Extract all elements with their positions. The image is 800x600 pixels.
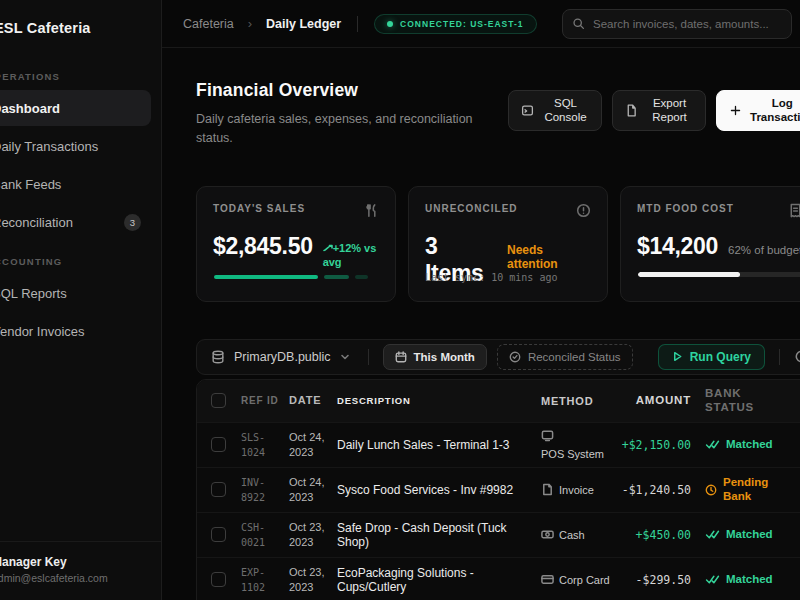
card-todays-sales: TODAY'S SALES $2,845.50 +12% vs avg xyxy=(196,186,396,302)
description-cell: Daily Lunch Sales - Terminal 1-3 xyxy=(337,438,541,452)
sidebar-item-label: SQL Reports xyxy=(0,286,141,301)
description-cell: Sysco Food Services - Inv #9982 xyxy=(337,483,541,497)
method-cell: Corp Card xyxy=(541,573,617,587)
method-cell: POS System xyxy=(541,429,617,461)
main-area: Cafeteria › Daily Ledger CONNECTED: US-E… xyxy=(162,0,800,600)
utensils-icon xyxy=(364,203,379,218)
status-dot-icon xyxy=(387,21,393,27)
row-checkbox[interactable] xyxy=(211,572,226,587)
sidebar-item-vendor-invoices[interactable]: Vendor Invoices xyxy=(0,313,151,349)
search-box xyxy=(562,9,792,39)
table-row[interactable]: CSH-0021 Oct 23, 2023 Safe Drop - Cash D… xyxy=(197,512,800,557)
foodcost-progress xyxy=(638,272,800,277)
sidebar-item-label: Vendor Invoices xyxy=(0,324,141,339)
alert-circle-icon xyxy=(576,203,591,218)
sidebar-item-label: Daily Transactions xyxy=(0,139,141,154)
page-subtitle: Daily cafeteria sales, expenses, and rec… xyxy=(196,110,486,149)
sidebar-item-daily-transactions[interactable]: Daily Transactions xyxy=(0,128,151,164)
sidebar-item-dashboard[interactable]: Dashboard xyxy=(0,90,151,126)
last-sync: Last sync: 10 mins ago xyxy=(425,272,557,283)
date-cell: Oct 23, 2023 xyxy=(289,520,337,550)
brand: ESL Cafeteria xyxy=(0,0,161,53)
bank-status-cell: Matched xyxy=(705,573,791,587)
search-input[interactable] xyxy=(562,9,792,39)
sidebar-item-label: Bank Feeds xyxy=(0,177,141,192)
calendar-icon xyxy=(395,351,407,363)
sidebar-item-sql-reports[interactable]: SQL Reports xyxy=(0,275,151,311)
amount-cell: +$2,150.00 xyxy=(617,438,691,452)
date-cell: Oct 23, 2023 xyxy=(289,565,337,595)
nav-section-accounting: ACCOUNTING xyxy=(0,242,151,275)
chevron-down-icon xyxy=(340,352,350,362)
export-report-button[interactable]: Export Report xyxy=(612,90,706,131)
receipt-icon xyxy=(788,203,800,218)
reconciliation-count-badge: 3 xyxy=(124,214,141,231)
ref-id-cell: SLS-1024 xyxy=(241,430,289,460)
table-row[interactable]: INV-8922 Oct 24, 2023 Sysco Food Service… xyxy=(197,467,800,512)
column-method: METHOD xyxy=(541,394,617,408)
row-menu-icon[interactable]: ⋯ xyxy=(791,573,800,587)
row-checkbox[interactable] xyxy=(211,527,226,542)
ref-id-cell: EXP-1102 xyxy=(241,565,289,595)
breadcrumb-current: Daily Ledger xyxy=(266,17,341,31)
nav-section-operations: OPERATIONS xyxy=(0,57,151,90)
database-name: PrimaryDB.public xyxy=(234,350,331,364)
sidebar-footer[interactable]: Manager Key admin@eslcafeteria.com xyxy=(0,541,161,600)
column-date: DATE xyxy=(289,393,337,408)
table-row[interactable]: EXP-1102 Oct 23, 2023 EcoPackaging Solut… xyxy=(197,557,800,600)
bank-status-cell: Matched xyxy=(705,528,791,542)
log-transaction-button[interactable]: Log Transaction xyxy=(716,90,800,131)
amount-cell: +$450.00 xyxy=(617,528,691,542)
row-checkbox[interactable] xyxy=(211,437,226,452)
ref-id-cell: INV-8922 xyxy=(241,475,289,505)
sidebar-item-bank-feeds[interactable]: Bank Feeds xyxy=(0,166,151,202)
run-query-button[interactable]: Run Query xyxy=(658,344,765,370)
method-cell: Cash xyxy=(541,528,617,542)
plus-icon xyxy=(729,104,742,117)
foodcost-value: $14,200 xyxy=(637,233,718,260)
description-cell: EcoPackaging Solutions - Cups/Cutlery xyxy=(337,566,541,594)
unreconciled-note: Needs attention xyxy=(507,243,591,271)
sql-console-button[interactable]: SQL Console xyxy=(508,90,602,131)
ledger-table: REF ID DATE DESCRIPTION METHOD AMOUNT BA… xyxy=(196,379,800,600)
row-menu-icon[interactable]: ⋯ xyxy=(791,438,800,452)
column-ref-id: REF ID xyxy=(241,393,289,408)
document-icon xyxy=(625,104,638,117)
user-name: Manager Key xyxy=(0,555,108,569)
bank-status-cell: Pending Bank xyxy=(705,476,791,504)
column-bank-status: BANK STATUS xyxy=(705,387,791,415)
header-actions: SQL Console Export Report Log Transactio… xyxy=(508,90,800,131)
brand-name: ESL Cafeteria xyxy=(0,20,91,36)
select-all-checkbox[interactable] xyxy=(211,393,226,408)
row-menu-icon[interactable]: ⋯ xyxy=(791,528,800,542)
refresh-icon[interactable] xyxy=(794,349,800,364)
page-title: Financial Overview xyxy=(196,80,486,101)
sales-delta: +12% vs avg xyxy=(323,241,379,270)
card-unreconciled: UNRECONCILED 3 Items Needs attention Las… xyxy=(408,186,608,302)
row-checkbox[interactable] xyxy=(211,482,226,497)
table-row[interactable]: SLS-1024 Oct 24, 2023 Daily Lunch Sales … xyxy=(197,422,800,467)
play-icon xyxy=(672,351,683,362)
search-icon xyxy=(572,17,585,30)
database-selector[interactable]: PrimaryDB.public xyxy=(207,350,354,364)
divider xyxy=(779,349,780,365)
breadcrumb-root[interactable]: Cafeteria xyxy=(183,17,234,31)
sidebar-nav: OPERATIONS Dashboard Daily Transactions … xyxy=(0,53,161,351)
amount-cell: -$1,240.50 xyxy=(617,483,691,497)
column-description: DESCRIPTION xyxy=(337,394,541,408)
database-icon xyxy=(211,350,225,364)
sidebar-item-label: Reconciliation xyxy=(0,215,114,230)
content: Financial Overview Daily cafeteria sales… xyxy=(162,48,800,600)
amount-cell: -$299.50 xyxy=(617,573,691,587)
card-label: TODAY'S SALES xyxy=(213,203,305,214)
card-mtd-food-cost: MTD FOOD COST $14,200 62% of budget xyxy=(620,186,800,302)
description-cell: Safe Drop - Cash Deposit (Tuck Shop) xyxy=(337,521,541,549)
column-amount: AMOUNT xyxy=(617,392,691,409)
sidebar-item-label: Dashboard xyxy=(0,101,141,116)
filter-reconciled-status[interactable]: Reconciled Status xyxy=(497,344,633,370)
row-menu-icon[interactable]: ⋯ xyxy=(791,483,800,497)
breadcrumb-chevron-icon: › xyxy=(246,16,254,31)
card-label: MTD FOOD COST xyxy=(637,203,734,214)
filter-this-month[interactable]: This Month xyxy=(383,344,487,370)
sidebar-item-reconciliation[interactable]: Reconciliation 3 xyxy=(0,204,151,240)
